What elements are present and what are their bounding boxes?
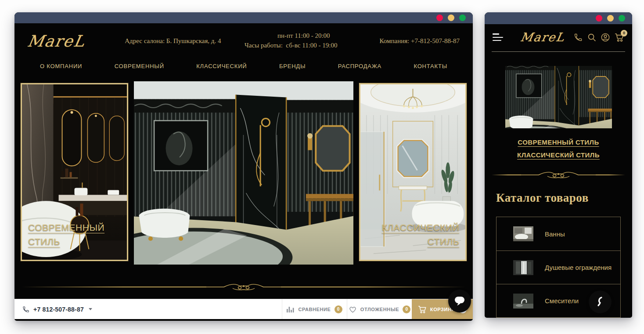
phone-button[interactable] xyxy=(574,33,583,42)
chat-bubble-icon xyxy=(595,296,605,308)
faucet-thumbnail xyxy=(513,294,533,309)
scroll-flourish-icon xyxy=(521,170,596,180)
chat-widget-button[interactable] xyxy=(448,290,471,312)
close-button[interactable] xyxy=(436,15,443,21)
brand-logo[interactable]: MareL xyxy=(26,32,112,50)
mobile-browser-window: MareL 0 СОВРЕМЕННЫЙ xyxy=(485,12,632,318)
chat-widget-button[interactable] xyxy=(589,290,612,313)
style-links: СОВРЕМЕННЫЙ СТИЛЬ КЛАССИЧЕСКИЙ СТИЛЬ xyxy=(485,136,632,161)
ornamental-divider xyxy=(22,282,465,292)
nav-item-about[interactable]: О КОМПАНИИ xyxy=(40,63,82,69)
chat-bubble-icon xyxy=(454,296,465,306)
compare-label: СРАВНЕНИЕ xyxy=(298,307,331,312)
nav-item-sale[interactable]: РАСПРОДАЖА xyxy=(338,63,381,69)
mobile-site-header: MareL 0 xyxy=(485,24,632,51)
catalog-item-label: Душевые ограждения xyxy=(545,264,612,271)
company-phone[interactable]: Компания: +7-812-507-88-87 xyxy=(347,37,460,45)
compare-button[interactable]: СРАВНЕНИЕ 0 xyxy=(282,299,347,319)
shower-thumbnail xyxy=(513,260,533,275)
nav-item-modern[interactable]: СОВРЕМЕННЫЙ xyxy=(115,63,164,69)
catalog-item-label: Смесители xyxy=(545,297,579,305)
catalog-item-showers[interactable]: Душевые ограждения xyxy=(496,250,620,284)
classic-style-link[interactable]: КЛАССИЧЕСКИЙ СТИЛЬ xyxy=(371,221,459,249)
minimize-button[interactable] xyxy=(607,15,614,22)
cart-button[interactable]: 0 xyxy=(615,33,624,42)
phone-icon xyxy=(574,33,583,42)
maximize-button[interactable] xyxy=(459,15,466,21)
search-icon xyxy=(587,33,596,42)
compare-count-badge: 0 xyxy=(335,305,342,313)
catalog-item-label: Ванны xyxy=(545,230,565,238)
close-button[interactable] xyxy=(596,15,602,22)
mobile-hero-image[interactable] xyxy=(505,66,612,128)
catalog-item-baths[interactable]: Ванны xyxy=(496,217,620,250)
mobile-titlebar xyxy=(485,12,632,24)
minimize-button[interactable] xyxy=(448,15,454,21)
hours-weekend: Часы работы: сб-вс 11:00 - 19:00 xyxy=(235,41,347,51)
account-button[interactable] xyxy=(601,33,610,42)
hero-section: СОВРЕМЕННЫЙ СТИЛЬ КЛАССИЧЕСКИЙ СТИЛЬ xyxy=(14,75,473,265)
cart-count-badge: 0 xyxy=(621,30,627,36)
bathroom-showcase-image xyxy=(134,81,353,265)
classic-style-link[interactable]: КЛАССИЧЕСКИЙ СТИЛЬ xyxy=(485,149,632,162)
modern-style-link[interactable]: СОВРЕМЕННЫЙ СТИЛЬ xyxy=(485,136,632,149)
hamburger-menu-button[interactable] xyxy=(493,33,504,41)
desktop-browser-window: MareL Адрес салона: Б. Пушкарская, д. 4 … xyxy=(14,12,473,321)
search-button[interactable] xyxy=(587,33,596,42)
working-hours: пн-пт 11:00 - 20:00 Часы работы: сб-вс 1… xyxy=(235,31,347,51)
cart-icon xyxy=(418,305,427,313)
saved-items-button[interactable]: ОТЛОЖЕННЫЕ 0 xyxy=(347,299,412,319)
main-bathroom-image xyxy=(134,81,353,265)
nav-item-classic[interactable]: КЛАССИЧЕСКИЙ xyxy=(196,63,247,69)
footer-phone[interactable]: +7 812-507-88-87 xyxy=(14,299,282,319)
hours-weekdays: пн-пт 11:00 - 20:00 xyxy=(235,31,347,41)
account-icon xyxy=(601,33,610,42)
bar-chart-icon xyxy=(287,306,295,312)
footer-phone-number: +7 812-507-88-87 xyxy=(33,306,84,313)
hours-label: Часы работы: xyxy=(245,42,283,49)
salon-address: Адрес салона: Б. Пушкарская, д. 4 xyxy=(111,37,235,45)
maximize-button[interactable] xyxy=(619,15,625,22)
ornamental-divider xyxy=(492,170,625,180)
modern-style-banner[interactable]: СОВРЕМЕННЫЙ СТИЛЬ xyxy=(21,83,128,261)
header-divider xyxy=(492,51,625,52)
screenshot-canvas: MareL Адрес салона: Б. Пушкарская, д. 4 … xyxy=(0,0,644,334)
nav-item-contacts[interactable]: КОНТАКТЫ xyxy=(414,63,447,69)
scroll-flourish-icon xyxy=(206,282,281,292)
classic-style-banner[interactable]: КЛАССИЧЕСКИЙ СТИЛЬ xyxy=(359,83,467,261)
main-nav: О КОМПАНИИ СОВРЕМЕННЫЙ КЛАССИЧЕСКИЙ БРЕН… xyxy=(14,57,473,75)
bath-thumbnail xyxy=(513,226,533,241)
caret-down-icon xyxy=(89,308,92,310)
bathroom-showcase-image xyxy=(505,66,612,128)
header-icon-group: 0 xyxy=(574,33,624,42)
nav-item-brands[interactable]: БРЕНДЫ xyxy=(279,63,306,69)
brand-logo[interactable]: MareL xyxy=(519,30,566,44)
heart-icon xyxy=(349,305,357,313)
sticky-footer-bar: +7 812-507-88-87 СРАВНЕНИЕ 0 ОТЛОЖЕННЫЕ … xyxy=(14,299,473,319)
desktop-titlebar xyxy=(14,12,473,23)
phone-icon xyxy=(22,306,29,313)
saved-label: ОТЛОЖЕННЫЕ xyxy=(360,307,399,312)
saved-count-badge: 0 xyxy=(403,305,410,313)
modern-style-link[interactable]: СОВРЕМЕННЫЙ СТИЛЬ xyxy=(28,221,121,249)
catalog-title: Каталог товаров xyxy=(496,191,632,206)
site-header: MareL Адрес салона: Б. Пушкарская, д. 4 … xyxy=(14,23,473,57)
